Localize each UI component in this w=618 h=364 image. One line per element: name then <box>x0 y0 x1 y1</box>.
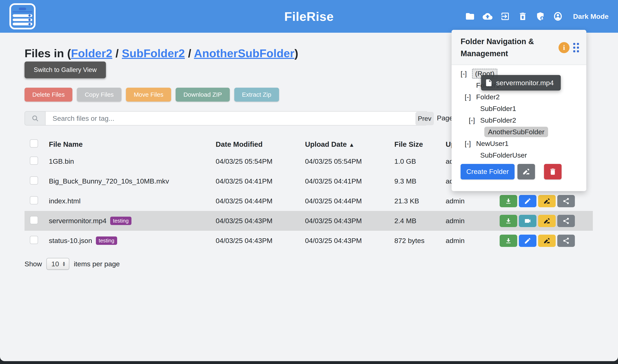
drag-tooltip-text: servermonitor.mp4 <box>496 79 554 87</box>
rename-button[interactable] <box>538 195 556 207</box>
dark-mode-toggle[interactable]: Dark Mode <box>573 13 609 20</box>
file-row-index-html: index.html 04/03/25 04:44PM 04/03/25 04:… <box>25 191 593 211</box>
col-upload-date[interactable]: Upload Date▲ <box>305 140 394 148</box>
breadcrumb-link-folder2[interactable]: Folder2 <box>71 47 112 60</box>
tag-badge: testing <box>110 217 132 225</box>
file-row-servermonitor-mp4: servermonitor.mp4testing 04/03/25 04:43P… <box>25 211 593 231</box>
file-size: 21.3 KB <box>394 197 446 205</box>
file-row-status-10-json: status-10.jsontesting 04/03/25 04:43PM 0… <box>25 231 593 251</box>
info-icon[interactable]: i <box>559 42 570 53</box>
share-button[interactable] <box>557 215 575 227</box>
edit-button[interactable] <box>519 195 537 207</box>
breadcrumb-link-subfolder2[interactable]: SubFolder2 <box>122 47 185 60</box>
app-title: FileRise <box>284 9 334 24</box>
search-input[interactable] <box>45 111 428 126</box>
extract-zip-button[interactable]: Extract Zip <box>234 88 279 102</box>
folder-panel-title: Folder Navigation & Management <box>460 36 542 60</box>
row-checkbox[interactable] <box>30 176 38 184</box>
cloud-upload-icon[interactable] <box>483 12 492 21</box>
account-circle-icon[interactable] <box>553 12 563 21</box>
exit-to-app-icon[interactable] <box>500 12 510 21</box>
row-checkbox[interactable] <box>30 236 38 244</box>
breadcrumb-link-anothersubfolder[interactable]: AnotherSubFolder <box>194 47 295 60</box>
tree-item-anothersubfolder[interactable]: AnotherSubFolder <box>460 126 586 138</box>
upload-date: 04/03/25 04:44PM <box>305 197 394 205</box>
tree-expander[interactable]: [-] <box>460 70 472 78</box>
folder-icon[interactable] <box>465 12 475 21</box>
download-button[interactable] <box>500 215 517 227</box>
show-label: Show <box>25 260 42 268</box>
upload-date: 04/03/25 05:54PM <box>305 157 394 165</box>
switch-gallery-view-button[interactable]: Switch to Gallery View <box>25 62 106 78</box>
folder-panel-header: Folder Navigation & Management i <box>452 30 586 65</box>
tree-item-folder2[interactable]: [-] Folder2 <box>460 91 586 103</box>
file-name[interactable]: index.html <box>49 197 80 205</box>
tag-badge: testing <box>96 236 117 245</box>
row-checkbox[interactable] <box>30 196 38 204</box>
file-size: 9.3 MB <box>394 177 446 185</box>
admin-shield-icon[interactable] <box>535 12 545 21</box>
search-bar <box>25 111 428 126</box>
tree-expander[interactable]: [-] <box>469 116 480 124</box>
breadcrumb: Files in (Folder2 / SubFolder2 / Another… <box>25 47 298 60</box>
move-files-button[interactable]: Move Files <box>126 88 171 102</box>
tree-item-subfolder1[interactable]: SubFolder1 <box>460 103 586 115</box>
tree-item-subfolder2[interactable]: [-] SubFolder2 <box>460 115 586 126</box>
rename-button[interactable] <box>538 235 556 247</box>
download-zip-button[interactable]: Download ZIP <box>176 88 230 102</box>
date-modified: 04/03/25 05:54PM <box>216 157 305 165</box>
tree-expander[interactable]: [-] <box>465 140 476 148</box>
sort-asc-icon: ▲ <box>349 142 355 148</box>
edit-button[interactable] <box>519 235 537 247</box>
tree-item-newuser1[interactable]: [-] NewUser1 <box>460 138 586 149</box>
file-size: 872 bytes <box>394 237 446 245</box>
filerise-logo[interactable] <box>9 3 36 29</box>
tree-expander[interactable]: [-] <box>465 93 476 101</box>
date-modified: 04/03/25 04:44PM <box>216 197 305 205</box>
select-all-checkbox[interactable] <box>30 139 38 148</box>
restore-from-trash-icon[interactable] <box>518 12 528 21</box>
date-modified: 04/03/25 04:43PM <box>216 237 305 245</box>
row-checkbox[interactable] <box>30 216 38 224</box>
prev-page-button[interactable]: Prev <box>415 112 434 125</box>
file-name[interactable]: status-10.json <box>49 237 92 245</box>
items-per-page-value: 10 <box>51 260 62 268</box>
video-preview-button[interactable] <box>519 215 537 227</box>
col-date-modified[interactable]: Date Modified <box>216 140 305 148</box>
items-per-page-suffix: items per page <box>74 260 120 268</box>
drag-handle-icon[interactable] <box>573 43 579 52</box>
rename-folder-button[interactable] <box>517 164 535 180</box>
create-folder-button[interactable]: Create Folder <box>460 164 514 180</box>
download-button[interactable] <box>500 235 517 247</box>
file-size: 2.4 MB <box>394 217 446 225</box>
col-file-size[interactable]: File Size <box>394 140 446 148</box>
uploader: admin <box>446 237 500 245</box>
date-modified: 04/03/25 04:43PM <box>216 217 305 225</box>
file-icon <box>485 79 493 87</box>
row-checkbox[interactable] <box>30 156 38 165</box>
tree-item-subfolderuser[interactable]: SubFolderUser <box>460 149 586 161</box>
file-name[interactable]: Big_Buck_Bunny_720_10s_10MB.mkv <box>49 177 169 185</box>
items-per-page-select[interactable]: 10 ▲▼ <box>46 258 69 270</box>
download-button[interactable] <box>500 195 517 207</box>
file-name[interactable]: 1GB.bin <box>49 157 74 165</box>
upload-date: 04/03/25 04:43PM <box>305 217 394 225</box>
file-size: 1.0 GB <box>394 157 446 165</box>
topbar-actions: Dark Mode <box>465 12 609 21</box>
search-icon <box>25 111 45 126</box>
items-per-page: Show 10 ▲▼ items per page <box>25 258 120 270</box>
top-navbar: FileRise Dark Mode <box>0 0 618 33</box>
row-actions <box>500 195 593 207</box>
share-button[interactable] <box>557 235 575 247</box>
folder-navigation-panel: Folder Navigation & Management i [-] (Ro… <box>452 30 586 191</box>
copy-files-button[interactable]: Copy Files <box>77 88 121 102</box>
delete-folder-button[interactable] <box>544 164 562 180</box>
page-indicator: Page <box>437 114 453 122</box>
share-button[interactable] <box>557 195 575 207</box>
file-name[interactable]: servermonitor.mp4 <box>49 217 106 225</box>
delete-files-button[interactable]: Delete Files <box>25 88 72 102</box>
rename-button[interactable] <box>538 215 556 227</box>
folder-panel-buttons: Create Folder <box>460 164 586 180</box>
col-file-name[interactable]: File Name <box>49 140 216 148</box>
breadcrumb-separator: / <box>185 47 194 60</box>
